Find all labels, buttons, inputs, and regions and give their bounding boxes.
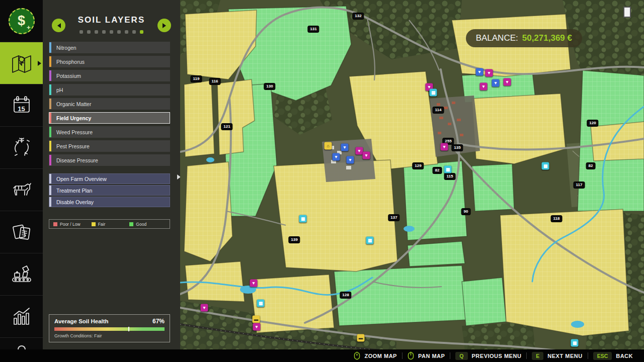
layer-accent <box>49 99 51 109</box>
layer-accent <box>49 42 51 53</box>
sidebar-item-contracts[interactable] <box>0 211 43 253</box>
selling-point-marker[interactable]: ▦ <box>542 162 549 170</box>
page-dot <box>110 30 113 34</box>
layer-organic-matter[interactable]: Organic Matter <box>49 98 170 110</box>
key-e-badge: E <box>532 352 543 360</box>
layer-weed-pressure[interactable]: Weed Pressure <box>49 126 170 138</box>
average-soil-health-box: Average Soil Health 67% Growth Condition… <box>49 314 170 342</box>
production-marker[interactable]: ▼ <box>504 78 511 86</box>
field-number-badge: 82 <box>433 167 442 174</box>
field-number-badge: 129 <box>412 162 424 169</box>
money-icon: $ + <box>9 8 35 34</box>
field-number-badge: 120 <box>587 120 598 127</box>
panel-header: SOIL LAYERS <box>43 0 180 29</box>
production-icon <box>10 263 34 286</box>
panel-title: SOIL LAYERS <box>78 15 145 25</box>
map-signboard <box>623 7 631 18</box>
key-esc-badge: ESC <box>593 352 612 360</box>
farm-silo-marker[interactable]: ▼ <box>333 153 340 161</box>
crop-rotation-icon <box>10 136 33 159</box>
sidebar-item-production[interactable] <box>0 253 43 296</box>
train-point-marker[interactable]: ▬ <box>357 334 365 342</box>
selling-point-marker[interactable]: ▦ <box>257 300 265 307</box>
selling-point-marker[interactable]: ▦ <box>299 215 307 223</box>
legend-swatch-poor <box>53 222 57 226</box>
button-accent <box>49 197 51 207</box>
sidebar-item-crop-rotation[interactable] <box>0 127 43 169</box>
field-number-badge: 90 <box>461 208 471 215</box>
disable-overlay-button[interactable]: Disable Overlay <box>49 197 170 207</box>
map-overlays: 1191161301211311321142551351298211512082… <box>180 0 644 349</box>
back-hint: ESC BACK <box>593 352 633 360</box>
layer-field-urgency[interactable]: Field Urgency <box>49 112 170 124</box>
calendar-day-label: 15 <box>0 105 43 113</box>
page-dot <box>87 30 91 34</box>
layer-accent <box>49 84 51 95</box>
field-number-badge: 115 <box>444 173 456 180</box>
soil-health-bar <box>54 327 165 331</box>
page-dot <box>102 30 106 34</box>
animal-dealer-marker[interactable]: ⌂ <box>325 142 332 150</box>
layer-pest-pressure[interactable]: Pest Pressure <box>49 140 170 152</box>
divider <box>526 352 527 359</box>
storage-marker[interactable]: ▼ <box>347 156 354 164</box>
production-marker[interactable]: ▼ <box>486 69 493 77</box>
field-number-badge: 128 <box>340 292 351 299</box>
layer-accent <box>49 155 51 165</box>
layer-disease-pressure[interactable]: Disease Pressure <box>49 154 170 166</box>
production-marker[interactable]: ▼ <box>253 323 261 331</box>
arrow-left-icon <box>55 23 61 28</box>
silo-marker[interactable]: ▼ <box>341 144 349 151</box>
page-dot <box>117 30 121 34</box>
soil-health-marker <box>128 327 129 331</box>
layer-accent <box>49 127 51 137</box>
mouse-wheel-icon <box>354 351 360 360</box>
page-dot <box>132 30 136 34</box>
field-number-badge: 137 <box>388 214 399 221</box>
production-marker[interactable]: ▼ <box>480 83 488 90</box>
pan-map-hint: PAN MAP <box>408 351 445 360</box>
divider <box>450 352 450 359</box>
button-accent <box>49 174 51 184</box>
page-dot <box>79 30 83 34</box>
next-menu-hint: E NEXT MENU <box>532 352 582 360</box>
layer-nitrogen[interactable]: Nitrogen <box>49 42 170 53</box>
sidebar-item-calendar[interactable]: 15 <box>0 84 43 127</box>
balance-label: BALANCE: <box>476 33 518 43</box>
silo-marker[interactable]: ▼ <box>492 79 500 87</box>
production-marker[interactable]: ▼ <box>363 152 370 159</box>
field-number-badge: 131 <box>307 26 319 33</box>
page-dots <box>43 30 180 34</box>
sidebar-item-more[interactable] <box>0 338 43 349</box>
growth-conditions-label: Growth Conditions: Fair <box>54 333 165 338</box>
game-screen: $ + 15 <box>0 0 644 362</box>
layer-potassium[interactable]: Potassium <box>49 70 170 81</box>
production-marker[interactable]: ▼ <box>250 280 258 287</box>
sidebar-item-map[interactable] <box>0 42 43 84</box>
field-number-badge: 130 <box>264 83 275 90</box>
soil-layer-list: Nitrogen Phosphorus Potassium pH Organic… <box>49 42 170 166</box>
selling-point-marker[interactable]: ▦ <box>444 166 452 173</box>
sidebar-item-statistics[interactable] <box>0 296 43 338</box>
production-marker[interactable]: ▼ <box>441 143 448 151</box>
water-plant-marker[interactable]: ▦ <box>571 339 579 347</box>
layer-accent <box>49 70 51 81</box>
selling-point-marker[interactable]: ▦ <box>366 237 374 244</box>
production-marker[interactable]: ▼ <box>201 304 208 312</box>
open-farm-overview-button[interactable]: Open Farm Overview <box>49 173 170 184</box>
legend-poor: Poor / Low <box>53 222 90 227</box>
shop-marker[interactable]: ▼ <box>476 68 484 76</box>
production-marker[interactable]: ▼ <box>356 147 363 155</box>
layer-ph[interactable]: pH <box>49 84 170 96</box>
next-page-button[interactable] <box>157 19 171 32</box>
world-map[interactable]: 1191161301211311321142551351298211512082… <box>180 0 644 349</box>
statistics-icon <box>10 305 33 328</box>
layer-phosphorus[interactable]: Phosphorus <box>49 56 170 67</box>
prev-page-button[interactable] <box>52 19 65 32</box>
selling-point-marker[interactable]: ▦ <box>430 89 437 97</box>
zoom-map-hint: ZOOM MAP <box>354 351 397 360</box>
train-point-marker[interactable]: ▬ <box>253 316 260 323</box>
treatment-plan-button[interactable]: Treatment Plan <box>49 185 170 196</box>
sidebar-item-animals[interactable] <box>0 169 43 211</box>
sidebar-item-finances[interactable]: $ + <box>0 0 43 42</box>
